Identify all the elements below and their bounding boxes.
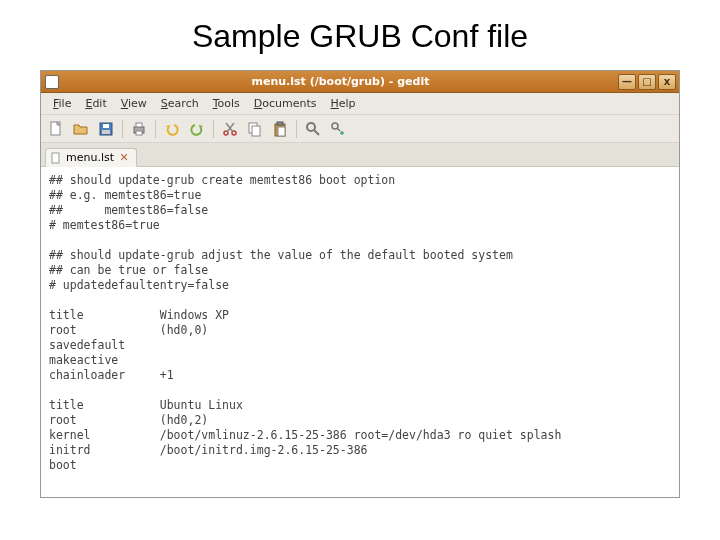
svg-rect-6 xyxy=(136,131,142,135)
printer-icon xyxy=(131,121,147,137)
folder-open-icon xyxy=(73,121,89,137)
file-line: makeactive xyxy=(49,353,671,368)
file-line: title Windows XP xyxy=(49,308,671,323)
print-button[interactable] xyxy=(128,118,150,140)
file-line: root (hd0,2) xyxy=(49,413,671,428)
maximize-button[interactable]: □ xyxy=(638,74,656,90)
new-file-icon xyxy=(48,121,64,137)
menu-edit[interactable]: Edit xyxy=(79,95,112,112)
redo-icon xyxy=(189,121,205,137)
paste-button[interactable] xyxy=(269,118,291,140)
file-line: ## memtest86=false xyxy=(49,203,671,218)
file-line: savedefault xyxy=(49,338,671,353)
file-line: kernel /boot/vmlinuz-2.6.15-25-386 root=… xyxy=(49,428,671,443)
menu-file[interactable]: File xyxy=(47,95,77,112)
save-button[interactable] xyxy=(95,118,117,140)
svg-rect-16 xyxy=(52,153,59,163)
svg-point-14 xyxy=(307,123,315,131)
document-icon xyxy=(50,152,62,164)
file-line: ## should update-grub create memtest86 b… xyxy=(49,173,671,188)
svg-rect-10 xyxy=(252,126,260,136)
toolbar-separator xyxy=(296,120,297,138)
menu-tools[interactable]: Tools xyxy=(207,95,246,112)
file-line: chainloader +1 xyxy=(49,368,671,383)
file-line xyxy=(49,233,671,248)
tab-label: menu.lst xyxy=(66,151,114,164)
new-file-button[interactable] xyxy=(45,118,67,140)
titlebar[interactable]: menu.lst (/boot/grub) - gedit — □ x xyxy=(41,71,679,93)
find-replace-button[interactable] xyxy=(327,118,349,140)
toolbar-separator xyxy=(213,120,214,138)
file-line: boot xyxy=(49,458,671,473)
editor-area[interactable]: ## should update-grub create memtest86 b… xyxy=(41,167,679,497)
file-line: ## can be true or false xyxy=(49,263,671,278)
file-line: ## e.g. memtest86=true xyxy=(49,188,671,203)
redo-button[interactable] xyxy=(186,118,208,140)
cut-button[interactable] xyxy=(219,118,241,140)
window-title: menu.lst (/boot/grub) - gedit xyxy=(63,75,618,88)
file-line xyxy=(49,383,671,398)
floppy-icon xyxy=(98,121,114,137)
svg-rect-5 xyxy=(136,123,142,127)
svg-rect-12 xyxy=(277,122,283,125)
undo-icon xyxy=(164,121,180,137)
file-line xyxy=(49,293,671,308)
gedit-window: menu.lst (/boot/grub) - gedit — □ x File… xyxy=(40,70,680,498)
undo-button[interactable] xyxy=(161,118,183,140)
file-line: ## should update-grub adjust the value o… xyxy=(49,248,671,263)
tab-menu-lst[interactable]: menu.lst ✕ xyxy=(45,148,137,167)
toolbar xyxy=(41,115,679,143)
menu-search[interactable]: Search xyxy=(155,95,205,112)
app-icon xyxy=(45,75,59,89)
search-icon xyxy=(305,121,321,137)
svg-rect-13 xyxy=(278,127,285,136)
file-line: # memtest86=true xyxy=(49,218,671,233)
file-line: title Ubuntu Linux xyxy=(49,398,671,413)
scissors-icon xyxy=(222,121,238,137)
paste-icon xyxy=(272,121,288,137)
tab-bar: menu.lst ✕ xyxy=(41,143,679,167)
find-button[interactable] xyxy=(302,118,324,140)
open-file-button[interactable] xyxy=(70,118,92,140)
window-controls: — □ x xyxy=(618,74,676,90)
toolbar-separator xyxy=(155,120,156,138)
tab-close-button[interactable]: ✕ xyxy=(118,152,130,164)
copy-icon xyxy=(247,121,263,137)
svg-rect-3 xyxy=(102,130,110,134)
file-line: initrd /boot/initrd.img-2.6.15-25-386 xyxy=(49,443,671,458)
menu-documents[interactable]: Documents xyxy=(248,95,323,112)
file-line: root (hd0,0) xyxy=(49,323,671,338)
file-line: # updatedefaultentry=false xyxy=(49,278,671,293)
svg-rect-2 xyxy=(103,124,109,128)
menu-help[interactable]: Help xyxy=(325,95,362,112)
minimize-button[interactable]: — xyxy=(618,74,636,90)
copy-button[interactable] xyxy=(244,118,266,140)
toolbar-separator xyxy=(122,120,123,138)
close-button[interactable]: x xyxy=(658,74,676,90)
menu-view[interactable]: View xyxy=(115,95,153,112)
menubar: File Edit View Search Tools Documents He… xyxy=(41,93,679,115)
slide-title: Sample GRUB Conf file xyxy=(0,0,720,67)
find-replace-icon xyxy=(330,121,346,137)
